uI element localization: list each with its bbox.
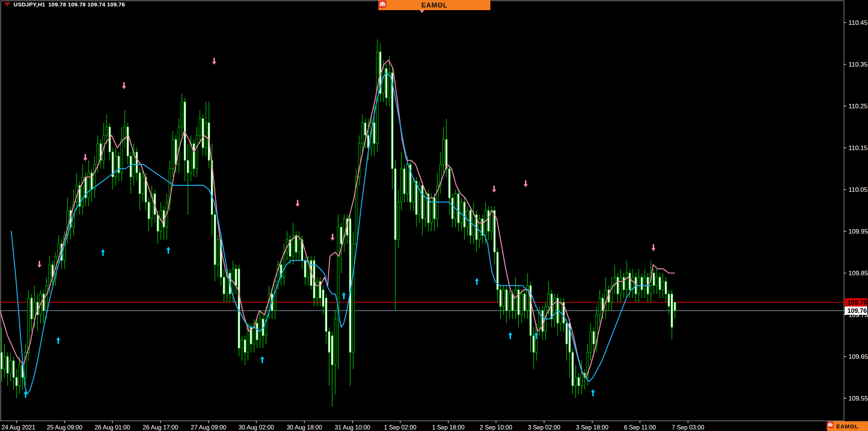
sell-arrow-icon bbox=[296, 204, 300, 207]
bull-candle-body bbox=[205, 123, 207, 148]
bull-candle-body bbox=[599, 298, 601, 315]
robot-icon bbox=[827, 421, 834, 428]
bear-candle-body bbox=[127, 127, 129, 156]
time-tick-label: 27 Aug 09:00 bbox=[191, 424, 226, 431]
bull-candle-body bbox=[181, 102, 183, 127]
sell-arrow-icon bbox=[420, 10, 424, 13]
price-axis[interactable]: 110.45110.35110.25110.15110.05109.95109.… bbox=[844, 19, 868, 402]
bull-candle-body bbox=[461, 202, 463, 223]
time-tick-label: 26 Aug 01:00 bbox=[95, 424, 130, 431]
bear-candle-body bbox=[434, 198, 436, 219]
bull-candle-body bbox=[19, 365, 21, 385]
bear-candle-body bbox=[422, 185, 423, 219]
bear-candle-body bbox=[193, 144, 195, 169]
price-tick-label: 110.05 bbox=[848, 186, 868, 193]
sell-arrow-icon bbox=[212, 62, 216, 65]
sell-arrow-icon bbox=[492, 190, 496, 193]
buy-arrow-icon bbox=[260, 356, 265, 359]
bear-candle-body bbox=[629, 273, 631, 290]
time-tick-label: 3 Sep 02:00 bbox=[528, 424, 560, 431]
bull-candle-body bbox=[58, 244, 60, 256]
signal-arrows bbox=[24, 7, 656, 397]
bull-candle-body bbox=[554, 298, 556, 319]
bull-candle-body bbox=[196, 135, 198, 169]
price-tick-label: 110.35 bbox=[848, 61, 868, 68]
bear-candle-body bbox=[214, 215, 216, 265]
bear-candle-body bbox=[566, 323, 568, 344]
time-tick-label: 31 Aug 10:00 bbox=[335, 424, 370, 431]
eamol-banner-top: EAMOL bbox=[378, 0, 490, 10]
bear-candle-body bbox=[404, 169, 405, 194]
bear-candle-body bbox=[331, 336, 333, 365]
bull-candle-body bbox=[548, 294, 550, 307]
bull-candle-body bbox=[94, 164, 96, 190]
bull-candle-body bbox=[106, 127, 108, 135]
bear-candle-body bbox=[668, 294, 670, 307]
bear-candle-body bbox=[533, 336, 535, 352]
price-tick-label: 109.85 bbox=[848, 270, 868, 277]
time-tick-label: 6 Sep 11:00 bbox=[624, 424, 656, 431]
bull-candle-body bbox=[28, 298, 30, 352]
symbol-ohlc: 109.78 109.78 109.74 109.76 bbox=[48, 1, 125, 8]
chart-title: USDJPY,H1 109.78 109.78 109.74 109.76 bbox=[4, 1, 125, 8]
ma-fast-pink bbox=[0, 60, 674, 378]
eamol-logo-text: EAMOL bbox=[836, 423, 858, 429]
bull-candle-body bbox=[515, 290, 517, 311]
bull-candle-body bbox=[352, 244, 354, 352]
bull-candle-body bbox=[383, 68, 384, 94]
bear-candle-body bbox=[593, 331, 595, 344]
bull-candle-body bbox=[10, 361, 12, 373]
bull-candle-body bbox=[644, 277, 646, 290]
bear-candle-body bbox=[458, 194, 460, 223]
bull-candle-body bbox=[172, 140, 174, 169]
bear-candle-body bbox=[187, 160, 189, 173]
ma-slow-cyan bbox=[11, 73, 650, 394]
bear-candle-body bbox=[43, 294, 45, 311]
robot-icon bbox=[378, 0, 387, 8]
buy-arrow-icon bbox=[475, 278, 479, 281]
symbol-dropdown-icon[interactable] bbox=[4, 2, 11, 6]
bear-candle-body bbox=[109, 127, 111, 152]
bull-candle-body bbox=[115, 156, 117, 177]
bull-candle-body bbox=[401, 169, 402, 202]
bull-candle-body bbox=[217, 240, 219, 265]
sell-arrow-icon bbox=[524, 184, 528, 187]
bear-candle-body bbox=[322, 290, 324, 306]
bull-candle-body bbox=[121, 140, 123, 173]
bear-candle-body bbox=[617, 277, 619, 294]
bull-candle-body bbox=[49, 265, 51, 286]
bear-candle-body bbox=[256, 323, 258, 340]
buy-arrow-icon bbox=[101, 249, 105, 252]
price-tick-label: 109.95 bbox=[848, 228, 868, 235]
bull-candle-body bbox=[361, 123, 363, 144]
buy-arrow-icon bbox=[591, 389, 595, 392]
time-tick-label: 25 Aug 09:00 bbox=[47, 424, 82, 431]
price-tick-label: 110.25 bbox=[848, 103, 868, 110]
bear-candle-body bbox=[506, 290, 508, 311]
bull-candle-body bbox=[241, 340, 243, 348]
price-chart[interactable]: 110.45110.35110.25110.15110.05109.95109.… bbox=[0, 0, 868, 431]
bull-candle-body bbox=[298, 240, 300, 252]
bear-candle-body bbox=[340, 227, 342, 244]
price-tick-label: 110.45 bbox=[848, 19, 868, 26]
buy-arrow-icon bbox=[342, 292, 346, 295]
bear-candle-body bbox=[364, 123, 366, 135]
bear-candle-body bbox=[374, 123, 375, 144]
bear-candle-body bbox=[1, 352, 3, 369]
bull-candle-body bbox=[485, 211, 487, 236]
bear-candle-body bbox=[542, 311, 544, 332]
bull-candle-body bbox=[334, 319, 336, 365]
bear-candle-body bbox=[641, 277, 643, 290]
bear-candle-body bbox=[244, 340, 246, 352]
bull-candle-body bbox=[479, 219, 481, 240]
bear-candle-body bbox=[671, 294, 673, 328]
bull-candle-body bbox=[274, 281, 276, 311]
bull-candle-body bbox=[97, 144, 99, 165]
candles bbox=[1, 39, 676, 407]
time-axis[interactable]: 24 Aug 202125 Aug 09:0026 Aug 01:0026 Au… bbox=[2, 421, 704, 431]
sell-arrow-icon bbox=[331, 238, 335, 241]
bear-candle-body bbox=[449, 169, 451, 198]
bear-candle-body bbox=[512, 294, 514, 311]
bull-candle-body bbox=[455, 194, 457, 219]
bear-candle-body bbox=[488, 211, 490, 232]
